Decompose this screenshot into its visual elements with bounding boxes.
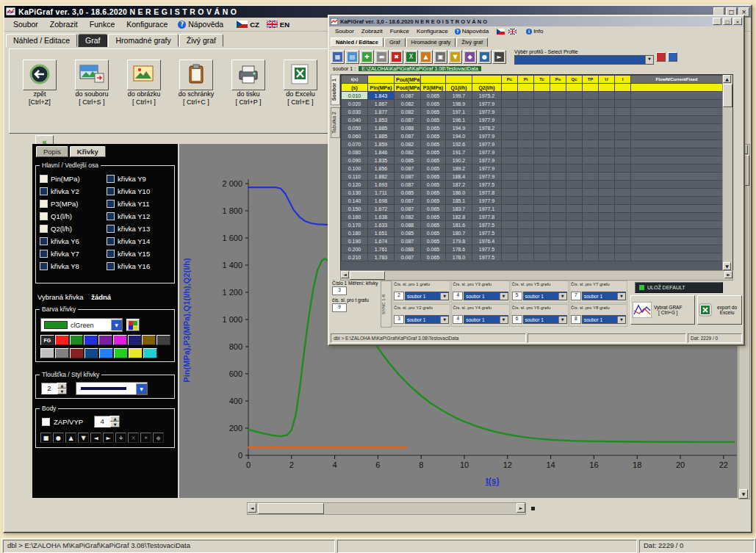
scroll-up-button[interactable]: ▲ [723, 75, 731, 83]
curve-checkbox[interactable] [40, 212, 48, 220]
tab-iv-graf[interactable]: Živý graf [179, 34, 223, 47]
scroll-left-button[interactable]: ◄ [341, 271, 349, 278]
panel-tab-k-ivky[interactable]: Křivky [70, 146, 106, 157]
do-tisku-button[interactable] [231, 59, 265, 90]
slot-file-select[interactable]: soubor 1▼ [523, 292, 567, 300]
palette-swatch[interactable] [113, 335, 127, 345]
palette-swatch[interactable] [84, 348, 98, 358]
slot-dropdown-button[interactable]: ▼ [558, 293, 566, 300]
horizontal-scroll-thumb[interactable] [258, 503, 324, 514]
curve-checkbox[interactable] [107, 225, 115, 233]
data-table-button[interactable]: ▦ [331, 50, 345, 64]
horizontal-scroll-thumb[interactable] [350, 271, 385, 280]
slot-dropdown-button[interactable]: ▼ [440, 317, 448, 323]
table-row[interactable]: 0.1901.6740.0870.065179.81976.4 [342, 237, 723, 245]
minimize-button[interactable]: _ [713, 18, 721, 25]
slot-file-select[interactable]: soubor 1▼ [464, 315, 508, 324]
slot-file-select[interactable]: soubor 1▼ [405, 315, 449, 324]
slot-number-field[interactable]: 4 [453, 292, 463, 300]
play-button[interactable]: ► [492, 50, 506, 64]
table-window-titlebar[interactable]: KaPiGraf ver. 3,0 - 18.6.2020 N E R E G … [329, 16, 744, 26]
profile-save-button[interactable] [668, 52, 677, 62]
slot-file-select[interactable]: soubor 1▼ [582, 315, 626, 324]
color-dropdown-button[interactable]: ▼ [111, 319, 122, 330]
menu-konfigurace[interactable]: Konfigurace [120, 19, 173, 29]
do-schr-nky-button[interactable] [179, 59, 213, 90]
slot-dropdown-button[interactable]: ▼ [558, 317, 566, 323]
profile-select[interactable]: ▼ [514, 55, 654, 65]
panel-tab-popis[interactable]: Popis [36, 146, 68, 157]
palette-swatch[interactable] [55, 335, 69, 345]
do-souboru-button[interactable] [75, 59, 109, 90]
remove-row-button[interactable]: ▬ [375, 50, 389, 64]
point-shape-button[interactable]: ▼ [78, 433, 89, 443]
table-row[interactable]: 0.1701.6330.0880.065181.61977.5 [342, 221, 723, 229]
curve-checkbox[interactable] [40, 237, 48, 245]
scroll-right-button[interactable]: ► [724, 271, 732, 278]
curve-checkbox[interactable] [107, 262, 115, 270]
table-row[interactable]: 0.1801.6510.0850.065180.71977.5 [342, 229, 723, 237]
slot-number-field[interactable]: 6 [512, 315, 522, 324]
filter-button[interactable]: ▼ [448, 50, 462, 64]
zp-t-button[interactable] [23, 59, 57, 90]
table-row[interactable]: 0.1401.6980.0870.065185.11977.9 [342, 197, 723, 205]
menu-funkce[interactable]: Funkce [84, 19, 120, 29]
point-shape-button[interactable]: ◄ [90, 433, 101, 443]
curve-checkbox[interactable] [107, 237, 115, 245]
thickness-stepper[interactable]: 2 ▲▼ [41, 383, 67, 394]
palette-swatch[interactable] [156, 335, 170, 345]
cz-flag-icon[interactable] [237, 21, 248, 28]
table-horizontal-scrollbar[interactable]: ◄ ► [340, 270, 733, 281]
palette-swatch[interactable] [99, 348, 113, 358]
point-shape-button[interactable]: ◆ [153, 433, 164, 443]
scroll-right-button[interactable]: ► [516, 503, 525, 513]
slot-file-select[interactable]: soubor 1▼ [523, 315, 567, 324]
palette-swatch[interactable] [114, 348, 128, 358]
scroll-down-button[interactable]: ▼ [739, 489, 748, 499]
point-shape-button[interactable]: × [128, 433, 139, 443]
table-row[interactable]: 0.1601.6380.0820.065182.81977.8 [342, 213, 723, 221]
curve-checkbox[interactable] [107, 200, 115, 208]
point-shape-button[interactable]: ► [103, 433, 114, 443]
slot-number-field[interactable]: 8 [571, 315, 581, 324]
palette-dialog-button[interactable] [126, 319, 140, 331]
add-row-button[interactable]: ✚ [360, 50, 374, 64]
save-default-button[interactable]: ULOŽ DEFAULT [635, 282, 723, 293]
side-tab-tabulka-2[interactable]: Tabulka 2 [331, 107, 340, 138]
point-shape-button[interactable]: ▲ [65, 433, 76, 443]
palette-swatch[interactable] [98, 335, 112, 345]
tab-iv-graf[interactable]: Živý graf [456, 37, 488, 47]
line-style-dropdown-button[interactable]: ▼ [136, 383, 147, 394]
line-style-select[interactable]: ▼ [76, 382, 148, 395]
table-row[interactable]: 0.0601.8850.0870.065194.01977.9 [342, 132, 723, 140]
table-row[interactable]: 0.0901.8350.0850.065190.21977.9 [342, 156, 723, 165]
table-row[interactable]: 0.0801.8460.0820.065191.71977.9 [342, 148, 723, 156]
close-button[interactable]: × [733, 18, 742, 25]
menu-info[interactable]: Info [533, 28, 547, 35]
menu-funkce[interactable]: Funkce [386, 28, 413, 35]
tab-graf[interactable]: Graf [78, 34, 107, 47]
tab-hromadn-grafy[interactable]: Hromadné grafy [406, 37, 456, 47]
counter2-value[interactable]: 9 [332, 303, 347, 312]
slot-number-field[interactable]: 3 [394, 315, 404, 324]
table-row[interactable]: 0.1201.6930.0870.065187.21977.5 [342, 181, 723, 189]
print-button[interactable]: ▣ [433, 50, 447, 64]
menu-zobrazit[interactable]: Zobrazit [44, 19, 84, 29]
curve-checkbox[interactable] [40, 200, 48, 208]
slot-file-select[interactable]: soubor 1▼ [582, 292, 626, 300]
point-shape-button[interactable]: ✶ [140, 433, 151, 443]
curve-checkbox[interactable] [107, 212, 115, 220]
table-row[interactable]: 0.0101.8430.0870.065199.71975.2 [342, 92, 723, 100]
table-row[interactable]: 0.2001.7610.0880.065178.61977.5 [342, 245, 723, 253]
curve-checkbox[interactable] [40, 262, 48, 270]
table-row[interactable]: 0.0401.8530.0870.065196.11977.9 [342, 116, 723, 124]
table-row[interactable]: 0.0501.8850.0880.065194.91978.2 [342, 124, 723, 132]
tab-n-hled-editace[interactable]: Náhled / Editace [331, 37, 384, 47]
curve-checkbox[interactable] [107, 175, 115, 183]
points-toggle-checkbox[interactable] [42, 418, 50, 426]
menu-napoveda[interactable]: Nápověda [188, 19, 229, 29]
en-flag-icon[interactable] [267, 21, 278, 28]
cz-flag-icon[interactable] [497, 29, 505, 35]
palette-swatch[interactable] [128, 335, 142, 345]
table-row[interactable]: 0.2101.7830.0870.065178.01977.5 [342, 253, 723, 261]
